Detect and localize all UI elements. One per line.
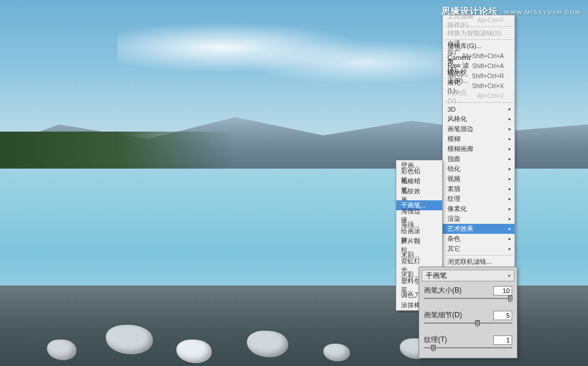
menu-item-shortcut: Shift+Ctrl+R	[472, 73, 504, 79]
menu-separator	[445, 255, 513, 256]
filter-menu-item[interactable]: 渲染▸	[443, 214, 514, 224]
filter-menu-item[interactable]: 模糊画廊▸	[443, 144, 514, 154]
menu-item-label: 转换为智能滤镜(S)	[447, 29, 502, 38]
menu-item-label: 模糊画廊	[447, 145, 473, 153]
menu-item-label: 锐化	[447, 164, 460, 173]
filter-menu-item[interactable]: 风格化▸	[443, 114, 514, 124]
filter-menu-item[interactable]: 素描▸	[443, 184, 514, 194]
menu-item-label: 视频	[447, 174, 460, 183]
menu-item-label: 消失点(V)...	[447, 88, 477, 104]
submenu-arrow-icon: ▸	[509, 176, 511, 182]
submenu-arrow-icon: ▸	[509, 136, 511, 142]
background-clouds	[118, 18, 470, 92]
menu-item-shortcut: Alt+Ctrl+V	[477, 93, 504, 99]
settings-value-input[interactable]: 10	[493, 286, 512, 296]
submenu-arrow-icon: ▸	[509, 156, 511, 162]
submenu-arrow-icon: ▸	[509, 226, 511, 231]
slider-thumb[interactable]	[431, 345, 436, 352]
menu-item-label: 素描	[447, 184, 460, 193]
submenu-arrow-icon: ▸	[509, 116, 511, 122]
menu-item-label: 扭曲	[447, 155, 460, 163]
menu-item-label: 其它	[447, 244, 460, 253]
menu-item-shortcut: Shift+Ctrl+A	[472, 63, 504, 69]
filter-menu-item: 消失点(V)...Alt+Ctrl+V	[443, 91, 514, 101]
filter-select-row: 干画笔 ▾	[422, 270, 514, 281]
watermark-url: WWW.MISSYUAN.COM	[505, 9, 581, 15]
filter-select-label: 干画笔	[426, 271, 447, 281]
filter-menu-item[interactable]: 浏览联机滤镜...	[443, 257, 514, 267]
menu-item-label: 模糊	[447, 135, 460, 143]
submenu-arrow-icon: ▸	[509, 106, 511, 112]
menu-item-label: 渲染	[447, 214, 460, 223]
settings-label: 画笔细节(D)	[424, 310, 462, 320]
settings-row: 画笔细节(D)5	[419, 308, 517, 320]
filter-menu-item[interactable]: 艺术效果▸	[443, 224, 514, 234]
artistic-submenu-item[interactable]: 胶片颗粒...	[396, 240, 442, 250]
filter-menu-item[interactable]: 像素化▸	[443, 204, 514, 214]
slider-thumb[interactable]	[475, 320, 480, 327]
slider-thumb[interactable]	[508, 296, 513, 303]
artistic-submenu-item[interactable]: 海报边缘...	[396, 210, 442, 220]
menu-item-label: 杂色	[447, 234, 460, 243]
submenu-arrow-icon: ▸	[509, 216, 511, 221]
filter-menu-item: 上次滤镜操作(F)Alt+Ctrl+F	[443, 15, 514, 25]
submenu-arrow-icon: ▸	[509, 186, 511, 192]
artistic-submenu-item[interactable]: 底纹效果...	[396, 190, 442, 200]
filter-menu-item[interactable]: 锐化▸	[443, 164, 514, 174]
menu-item-shortcut: Alt+Ctrl+F	[477, 17, 504, 23]
submenu-arrow-icon: ▸	[509, 196, 511, 202]
menu-item-label: 3D	[447, 106, 456, 113]
submenu-arrow-icon: ▸	[509, 166, 511, 172]
menu-item-label: 上次滤镜操作(F)	[447, 12, 477, 29]
slider-track	[424, 347, 512, 348]
settings-slider[interactable]	[424, 297, 512, 305]
filter-menu-item[interactable]: 模糊▸	[443, 134, 514, 144]
submenu-arrow-icon: ▸	[509, 146, 511, 152]
slider-track	[424, 298, 512, 299]
menu-item-label: 浏览联机滤镜...	[447, 257, 492, 266]
settings-row: 画笔大小(B)10	[419, 284, 517, 296]
filter-menu-item: 转换为智能滤镜(S)	[443, 28, 514, 38]
settings-label: 画笔大小(B)	[424, 286, 462, 296]
filter-select[interactable]: 干画笔 ▾	[422, 270, 514, 281]
filter-menu-item[interactable]: 3D▸	[443, 104, 514, 114]
submenu-arrow-icon: ▸	[509, 246, 511, 251]
settings-slider[interactable]	[424, 321, 512, 330]
filter-menu-item[interactable]: 画笔描边▸	[443, 124, 514, 134]
settings-label: 纹理(T)	[424, 335, 447, 345]
filter-menu-item[interactable]: 纹理▸	[443, 194, 514, 204]
settings-slider[interactable]	[424, 346, 512, 354]
menu-item-label: 艺术效果	[447, 224, 473, 233]
filter-menu-item[interactable]: 杂色▸	[443, 234, 514, 244]
menu-item-label: 画笔描边	[447, 125, 473, 133]
menu-item-label: 纹理	[447, 194, 460, 203]
menu-item-label: 像素化	[447, 204, 467, 213]
submenu-arrow-icon: ▸	[509, 126, 511, 132]
submenu-arrow-icon: ▸	[509, 206, 511, 211]
settings-row: 纹理(T)1	[419, 333, 517, 345]
settings-value-input[interactable]: 5	[493, 311, 512, 320]
filter-menu-item[interactable]: 视频▸	[443, 174, 514, 184]
submenu-arrow-icon: ▸	[509, 236, 511, 241]
slider-track	[424, 323, 512, 324]
chevron-down-icon: ▾	[508, 273, 510, 278]
filter-menu-item[interactable]: 其它▸	[443, 244, 514, 254]
filter-menu[interactable]: 上次滤镜操作(F)Alt+Ctrl+F转换为智能滤镜(S)滤镜库(G)...自适…	[442, 15, 515, 267]
filter-menu-item[interactable]: 扭曲▸	[443, 154, 514, 164]
menu-item-label: 风格化	[447, 115, 467, 123]
settings-value-input[interactable]: 1	[493, 335, 512, 345]
dry-brush-settings-panel: 干画笔 ▾ 画笔大小(B)10画笔细节(D)5纹理(T)1	[419, 267, 517, 358]
